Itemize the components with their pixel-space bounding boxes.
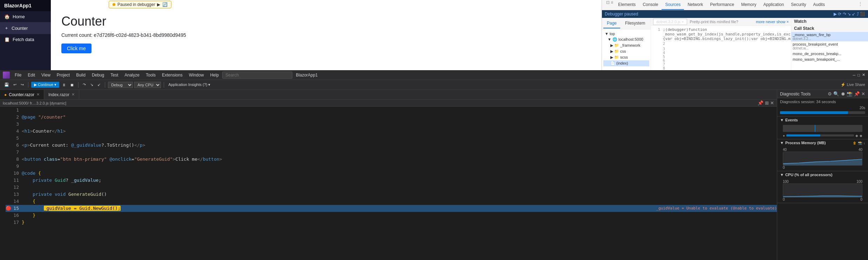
tab-console[interactable]: Console bbox=[639, 0, 662, 10]
cpu-header[interactable]: ▼ CPU (% of all processors) bbox=[777, 171, 868, 178]
tab-security[interactable]: Security bbox=[787, 0, 809, 10]
menu-help[interactable]: Help bbox=[207, 71, 222, 79]
menu-edit[interactable]: Edit bbox=[25, 71, 38, 79]
toolbar-sep1 bbox=[28, 82, 28, 88]
toolbar-save[interactable]: 💾 bbox=[3, 82, 11, 88]
window-close-btn[interactable]: ✕ bbox=[862, 73, 865, 77]
diag-snapshot[interactable]: 📸 bbox=[847, 91, 853, 96]
menu-file[interactable]: File bbox=[12, 71, 24, 79]
toolbar-app-insights[interactable]: Application Insights (?) ▾ bbox=[167, 82, 212, 88]
menu-project[interactable]: Project bbox=[54, 71, 73, 79]
diag-search[interactable]: 🔍 bbox=[833, 91, 839, 96]
tree-css[interactable]: ▶ 📁 css bbox=[603, 48, 649, 54]
tree-content: ▼ top ▼ 🌐 localhost:5000 ▶ 📁 _framework … bbox=[602, 29, 651, 68]
callstack-item-3[interactable]: mono_wasm_breakpoint_... bbox=[791, 56, 868, 62]
subtab-page[interactable]: Page bbox=[603, 19, 620, 28]
filepath-split[interactable]: ⊞ bbox=[765, 100, 769, 106]
filepath-actions: 📌 ⊞ ✕ bbox=[758, 100, 774, 106]
toolbar-stop[interactable]: ⏹ bbox=[69, 82, 75, 88]
app-container: Paused in debugger ▶ 🔄 About BlazorApp1 … bbox=[0, 0, 868, 260]
tab-sources[interactable]: Sources bbox=[662, 0, 684, 10]
diag-pin[interactable]: 📌 bbox=[854, 91, 860, 96]
sources-code-content: 1 ;(debugger)function _mono_wasm_get_by_… bbox=[651, 26, 791, 70]
devtools-icons: ⊡ ≡ bbox=[605, 0, 615, 10]
code-line-12: 12 bbox=[6, 184, 777, 191]
timeline-label: 20s bbox=[780, 106, 865, 110]
code-line-empty: 2 bbox=[652, 41, 789, 46]
vs-main-area: ● Counter.razor ✕ Index.razor ✕ localhos… bbox=[0, 90, 868, 260]
memory-down[interactable]: ↓ bbox=[863, 141, 865, 145]
tab-index-razor[interactable]: Index.razor ✕ bbox=[44, 90, 79, 99]
vs-editor-tabs: ● Counter.razor ✕ Index.razor ✕ bbox=[0, 90, 777, 100]
more-never-link[interactable]: more never show × bbox=[756, 20, 789, 24]
debug-config-select[interactable]: Debug Release bbox=[108, 82, 133, 88]
subtab-filesystem[interactable]: Filesystem bbox=[622, 19, 649, 28]
toolbar-forward[interactable]: ↪ bbox=[19, 82, 25, 88]
diag-close[interactable]: ✕ bbox=[861, 91, 865, 96]
callstack-item-0[interactable]: _mono_wasm_fire_bp dotnet.3.2... bbox=[791, 32, 868, 41]
toolbar-sep4 bbox=[164, 82, 164, 88]
browser-area: Paused in debugger ▶ 🔄 About BlazorApp1 … bbox=[0, 0, 868, 70]
tree-index[interactable]: 📄 (index) bbox=[603, 60, 649, 66]
tab-network[interactable]: Network bbox=[684, 0, 706, 10]
menu-test[interactable]: Test bbox=[108, 71, 121, 79]
filepath-text: localhost:5000/ fr....3.2.0.js [dynamic] bbox=[3, 101, 66, 105]
cpu-select[interactable]: Any CPU x64 bbox=[134, 82, 161, 88]
filepath-pin[interactable]: 📌 bbox=[758, 100, 764, 106]
code-line-4: 4 <h1>Counter</h1> bbox=[6, 128, 777, 135]
tab-performance[interactable]: Performance bbox=[706, 0, 738, 10]
callstack-header[interactable]: Call Stack bbox=[791, 25, 868, 32]
sidebar-item-home[interactable]: 🏠 Home bbox=[0, 11, 51, 22]
menu-build[interactable]: Build bbox=[73, 71, 88, 79]
diag-record[interactable]: ⏺ bbox=[841, 91, 845, 96]
liveshare-btn[interactable]: ⚡ Live Share bbox=[841, 82, 865, 87]
sidebar-item-fetchdata[interactable]: 📋 Fetch data bbox=[0, 34, 51, 45]
menu-view[interactable]: View bbox=[39, 71, 53, 79]
tree-framework[interactable]: ▶ 📁 _framework bbox=[603, 42, 649, 48]
menu-analyze[interactable]: Analyze bbox=[122, 71, 142, 79]
code-line-16: 16 } bbox=[6, 212, 777, 219]
tab-index-close[interactable]: ✕ bbox=[72, 92, 75, 97]
file-tab[interactable]: dotnet.3.2.0.js × bbox=[653, 19, 687, 25]
toolbar-step-out[interactable]: ↙ bbox=[96, 82, 102, 88]
menu-debug[interactable]: Debug bbox=[89, 71, 107, 79]
callstack-item-1[interactable]: process_breakpoint_event dotnet.w... bbox=[791, 41, 868, 51]
toolbar-start[interactable]: ▶ Continue ▾ bbox=[31, 82, 59, 88]
tree-scss[interactable]: ▶ 📁 scss bbox=[603, 54, 649, 60]
watch-header[interactable]: Watch bbox=[791, 18, 868, 25]
window-minimize-btn[interactable]: ─ bbox=[853, 73, 856, 77]
tab-elements[interactable]: Elements bbox=[615, 0, 639, 10]
memory-header[interactable]: ▼ Process Memory (MB) 🗑 📸 ↓ bbox=[777, 139, 868, 146]
events-label: Events bbox=[785, 118, 798, 122]
tab-counter-close[interactable]: ✕ bbox=[36, 92, 40, 97]
debugger-play-icon[interactable]: ▶ bbox=[157, 2, 160, 7]
vs-search-input[interactable] bbox=[222, 72, 292, 79]
menu-extensions[interactable]: Extensions bbox=[159, 71, 185, 79]
toolbar-pause[interactable]: ⏸ bbox=[61, 82, 67, 88]
sidebar-item-counter[interactable]: ＋ Counter bbox=[0, 22, 51, 34]
window-maximize-btn[interactable]: □ bbox=[857, 73, 860, 77]
menu-window[interactable]: Window bbox=[186, 71, 207, 79]
toolbar-back[interactable]: ↩ bbox=[12, 82, 18, 88]
diag-settings[interactable]: ⚙ bbox=[828, 91, 832, 96]
tab-counter-razor[interactable]: ● Counter.razor ✕ bbox=[0, 90, 44, 99]
events-header[interactable]: ▼ Events bbox=[777, 116, 868, 124]
memory-garbage[interactable]: 🗑 bbox=[853, 141, 856, 145]
toolbar-step-over[interactable]: ↷ bbox=[81, 82, 87, 88]
code-line-5: 5 bbox=[6, 135, 777, 142]
toolbar-step-into[interactable]: ↘ bbox=[89, 82, 95, 88]
memory-label: Process Memory (MB) bbox=[785, 141, 826, 145]
code-text-area[interactable]: 1 2 @page "/counter" 3 bbox=[6, 107, 777, 260]
callstack-item-2[interactable]: mono_de_process_breakp... bbox=[791, 51, 868, 56]
tab-application[interactable]: Application bbox=[760, 0, 788, 10]
tab-audits[interactable]: Audits bbox=[810, 0, 828, 10]
memory-snapshot[interactable]: 📸 bbox=[858, 141, 862, 145]
click-me-button[interactable]: Click me bbox=[61, 44, 91, 53]
debugger-refresh-icon[interactable]: 🔄 bbox=[162, 2, 168, 7]
menu-tools[interactable]: Tools bbox=[143, 71, 158, 79]
tab-memory[interactable]: Memory bbox=[738, 0, 760, 10]
tree-localhost[interactable]: ▼ 🌐 localhost:5000 bbox=[603, 36, 649, 42]
code-line-6: 6 <p>Current count: @_guidValue?.ToStrin… bbox=[6, 142, 777, 149]
tree-top[interactable]: ▼ top bbox=[603, 31, 649, 36]
filepath-close[interactable]: ✕ bbox=[770, 100, 774, 106]
